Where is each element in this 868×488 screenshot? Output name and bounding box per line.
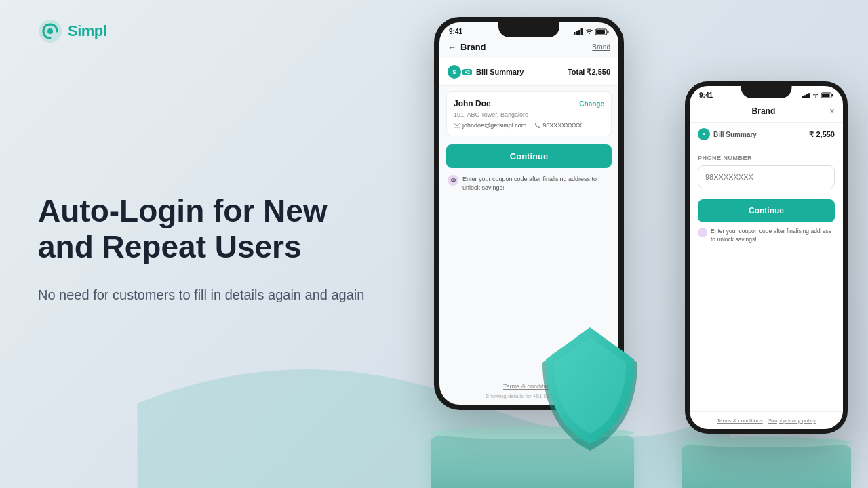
phone-2-footer: Terms & conditions Simpl privacy policy (690, 411, 843, 429)
wifi-icon (585, 28, 593, 35)
simpl-logo-icon (38, 19, 62, 43)
platform-2 (682, 437, 851, 488)
headline: Auto-Login for New and Repeat Users (38, 193, 391, 265)
phone-2: 9:41 (685, 81, 848, 434)
bill-bar-left: S +2 Bill Summary (448, 65, 524, 79)
phone-input[interactable] (698, 165, 835, 188)
change-link[interactable]: Change (579, 100, 604, 108)
phone-1-brand-link[interactable]: Brand (592, 43, 610, 51)
phone-1-time: 9:41 (449, 28, 462, 35)
close-button[interactable]: × (829, 106, 835, 117)
phone-1-brand-title: Brand (460, 42, 486, 52)
email-icon (454, 123, 460, 128)
phone-2-header: Brand × (690, 102, 843, 123)
coupon-notice-1: 🎟 Enter your coupon code after finalisin… (439, 171, 618, 196)
phone-num-section: PHONE NUMBER (690, 146, 843, 194)
svg-rect-8 (608, 30, 609, 33)
battery-icon-2 (821, 92, 833, 98)
phone-2-time: 9:41 (699, 92, 713, 99)
wifi-icon-2 (812, 93, 819, 98)
subtext: No need for customers to fill in details… (38, 284, 391, 306)
battery-icon (595, 28, 609, 35)
coupon-text-1: Enter your coupon code after finalising … (462, 175, 610, 192)
user-email: johndoe@getsimpl.com (462, 122, 526, 129)
total-label: Total ₹2,550 (568, 68, 610, 77)
terms-link-2[interactable]: Terms & conditions (717, 418, 763, 424)
bill-bar: S +2 Bill Summary Total ₹2,550 (439, 58, 618, 86)
phone-2-bill-label: Bill Summary (713, 131, 757, 138)
phones-container: 9:41 (393, 0, 868, 488)
phone-2-bill-left: S Bill Summary (698, 128, 757, 140)
left-content: Auto-Login for New and Repeat Users No n… (38, 193, 391, 306)
privacy-link[interactable]: Simpl privacy policy (768, 418, 816, 424)
svg-point-1 (47, 28, 53, 34)
phone-1-status-icons (574, 28, 609, 35)
logo-text: Simpl (68, 22, 106, 40)
continue-button-2[interactable]: Continue (698, 199, 835, 222)
coupon-icon-1: 🎟 (448, 175, 458, 186)
svg-rect-7 (596, 30, 605, 34)
svg-rect-12 (806, 94, 808, 98)
email-contact: johndoe@getsimpl.com (454, 122, 526, 129)
phone-icon (534, 123, 540, 129)
coupon-icon-2 (698, 228, 707, 237)
phone-2-notch (741, 86, 792, 98)
svg-rect-15 (822, 94, 830, 97)
phone-contact: 98XXXXXXXX (534, 122, 582, 129)
signal-icon-2 (802, 93, 810, 98)
phone-2-status-icons (802, 92, 833, 98)
user-name: John Doe (454, 99, 491, 108)
svg-rect-13 (808, 93, 810, 98)
phone-number-label: PHONE NUMBER (698, 155, 835, 161)
svg-rect-2 (574, 32, 576, 35)
svg-rect-3 (576, 31, 578, 35)
user-card: John Doe Change 101, ABC Tower, Bangalor… (446, 92, 612, 136)
svg-rect-5 (581, 28, 583, 35)
shield (536, 322, 644, 451)
phone-2-content: 9:41 (690, 86, 843, 429)
phone-2-amount: ₹ 2,550 (809, 130, 835, 139)
phone-1-header: ← Brand Brand (439, 38, 618, 58)
user-address: 101, ABC Tower, Bangalore (454, 111, 604, 118)
coupon-notice-2: Enter your coupon code after finalising … (690, 222, 843, 249)
simpl-icon-2: S (698, 128, 710, 140)
bill-summary-label: Bill Summary (476, 68, 524, 76)
phone-1-header-left: ← Brand (448, 42, 486, 52)
user-phone: 98XXXXXXXX (542, 122, 582, 129)
simpl-icon: S (448, 65, 461, 79)
phone-2-brand: Brand (752, 106, 776, 116)
phone-2-bill-bar: S Bill Summary ₹ 2,550 (690, 123, 843, 146)
signal-icon (574, 28, 583, 35)
user-card-header: John Doe Change (454, 99, 604, 108)
coupon-text-2: Enter your coupon code after finalising … (711, 228, 835, 244)
back-arrow-icon[interactable]: ← (448, 42, 456, 52)
user-contacts: johndoe@getsimpl.com 98XXXXXXXX (454, 122, 604, 129)
plus-badge: +2 (462, 69, 472, 75)
svg-rect-4 (578, 30, 580, 35)
phone-1-notch (498, 22, 559, 37)
svg-rect-16 (832, 94, 833, 97)
continue-button-1[interactable]: Continue (446, 144, 612, 168)
svg-rect-10 (802, 96, 804, 98)
shield-icon (536, 322, 644, 458)
logo: Simpl (38, 19, 106, 43)
svg-rect-11 (804, 95, 806, 98)
